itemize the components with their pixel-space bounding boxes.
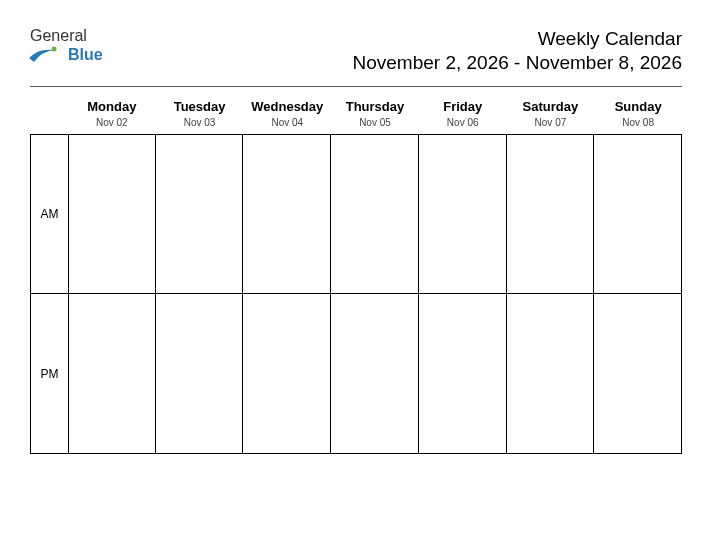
logo: General Blue	[30, 28, 103, 66]
calendar-cell	[331, 294, 419, 454]
day-name: Saturday	[523, 99, 579, 114]
day-date: Nov 04	[243, 115, 331, 134]
day-header: Friday	[419, 95, 507, 115]
calendar-cell	[243, 134, 331, 294]
calendar-cell	[243, 294, 331, 454]
blank-corner	[30, 115, 68, 134]
calendar-cell	[507, 134, 595, 294]
day-header: Saturday	[507, 95, 595, 115]
swoosh-icon	[28, 44, 58, 66]
day-header: Monday	[68, 95, 156, 115]
day-date: Nov 02	[68, 115, 156, 134]
calendar-cell	[68, 294, 156, 454]
header-divider	[30, 86, 682, 87]
logo-text-blue: Blue	[68, 47, 103, 63]
calendar-cell	[419, 294, 507, 454]
calendar-grid: Monday Tuesday Wednesday Thursday Friday…	[30, 95, 682, 454]
calendar-cell	[507, 294, 595, 454]
day-header: Wednesday	[243, 95, 331, 115]
calendar-cell	[594, 294, 682, 454]
day-name: Thursday	[346, 99, 405, 114]
page-title: Weekly Calendar	[352, 28, 682, 50]
calendar-cell	[331, 134, 419, 294]
calendar-cell	[156, 134, 244, 294]
calendar-cell	[419, 134, 507, 294]
calendar-cell	[156, 294, 244, 454]
day-header: Thursday	[331, 95, 419, 115]
calendar-cell	[594, 134, 682, 294]
logo-text-general: General	[30, 28, 103, 44]
day-date: Nov 08	[594, 115, 682, 134]
calendar-cell	[68, 134, 156, 294]
title-block: Weekly Calendar November 2, 2026 - Novem…	[352, 28, 682, 74]
page-header: General Blue Weekly Calendar November 2,…	[30, 28, 682, 74]
day-name: Friday	[443, 99, 482, 114]
day-date: Nov 05	[331, 115, 419, 134]
blank-corner	[30, 95, 68, 115]
day-date: Nov 06	[419, 115, 507, 134]
day-date: Nov 07	[507, 115, 595, 134]
date-range: November 2, 2026 - November 8, 2026	[352, 52, 682, 74]
day-header: Sunday	[594, 95, 682, 115]
day-date: Nov 03	[156, 115, 244, 134]
day-name: Tuesday	[174, 99, 226, 114]
day-name: Wednesday	[251, 99, 323, 114]
period-label-pm: PM	[30, 294, 68, 454]
day-name: Monday	[87, 99, 136, 114]
day-name: Sunday	[615, 99, 662, 114]
svg-point-0	[52, 47, 57, 52]
day-header: Tuesday	[156, 95, 244, 115]
period-label-am: AM	[30, 134, 68, 294]
